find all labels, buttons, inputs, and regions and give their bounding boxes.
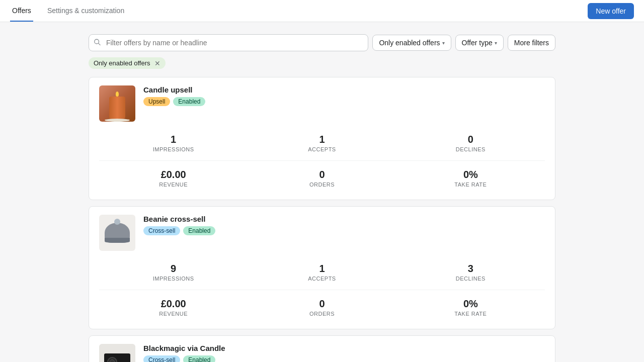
revenue-value: £0.00 (161, 169, 186, 180)
offer-card-candle-upsell[interactable]: Candle upsell Upsell Enabled 1 IMPRESSIO… (89, 77, 555, 200)
offer-type-badge: Cross-sell (143, 226, 180, 235)
impressions-value: 9 (171, 263, 176, 275)
filters-row: Only enabled offers ▾ Offer type ▾ More … (89, 34, 555, 51)
offer-image (99, 215, 135, 251)
svg-line-1 (99, 43, 101, 45)
tab-offers[interactable]: Offers (10, 0, 33, 22)
enabled-offers-filter-btn[interactable]: Only enabled offers ▾ (372, 35, 451, 51)
stat-take-rate: 0% TAKE RATE (396, 165, 545, 192)
offer-image: FREE (99, 344, 135, 362)
offer-type-badge: Upsell (143, 97, 170, 106)
tab-settings[interactable]: Settings & customization (45, 0, 126, 22)
top-nav: Offers Settings & customization New offe… (0, 0, 644, 22)
offer-card-blackmagic-cross-sell[interactable]: FREE Blackmagic via Candle Cross-sell En… (89, 335, 555, 362)
stat-orders: 0 ORDERS (248, 165, 396, 192)
orders-label: ORDERS (309, 311, 335, 317)
offer-info: Beanie cross-sell Cross-sell Enabled (143, 215, 545, 235)
offer-stats-top: 9 IMPRESSIONS 1 ACCEPTS 3 DECLINES (99, 259, 545, 286)
remove-filter-icon[interactable]: ✕ (154, 60, 160, 67)
offer-status-badge: Enabled (173, 97, 205, 106)
offer-info: Blackmagic via Candle Cross-sell Enabled (143, 344, 545, 362)
take-rate-value: 0% (463, 169, 478, 180)
offer-stats-bottom: £0.00 REVENUE 0 ORDERS 0% TAKE RATE (99, 165, 545, 192)
stat-accepts: 1 ACCEPTS (248, 130, 396, 156)
stat-revenue: £0.00 REVENUE (99, 165, 248, 192)
offer-type-badge: Cross-sell (143, 355, 180, 362)
offer-cards-list: Candle upsell Upsell Enabled 1 IMPRESSIO… (89, 77, 555, 362)
stats-divider (99, 290, 545, 290)
search-icon (94, 39, 101, 47)
stat-revenue: £0.00 REVENUE (99, 294, 248, 321)
offer-badges: Cross-sell Enabled (143, 226, 545, 235)
stat-impressions: 1 IMPRESSIONS (99, 130, 248, 156)
stat-take-rate: 0% TAKE RATE (396, 294, 545, 321)
stat-declines: 3 DECLINES (396, 259, 545, 286)
accepts-label: ACCEPTS (308, 276, 336, 282)
offer-title: Beanie cross-sell (143, 215, 545, 223)
chevron-down-icon: ▾ (442, 40, 445, 46)
stat-declines: 0 DECLINES (396, 130, 545, 156)
more-filters-btn[interactable]: More filters (508, 35, 555, 51)
orders-value: 0 (319, 169, 325, 180)
accepts-value: 1 (319, 134, 325, 145)
search-wrapper (89, 34, 368, 51)
accepts-value: 1 (319, 263, 325, 275)
declines-value: 3 (468, 263, 473, 275)
orders-label: ORDERS (309, 182, 335, 188)
offer-badges: Cross-sell Enabled (143, 355, 545, 362)
impressions-label: IMPRESSIONS (153, 276, 194, 282)
stat-impressions: 9 IMPRESSIONS (99, 259, 248, 286)
stat-orders: 0 ORDERS (248, 294, 396, 321)
impressions-value: 1 (171, 134, 176, 145)
only-enabled-filter-chip: Only enabled offers ✕ (89, 57, 166, 69)
nav-tabs: Offers Settings & customization (10, 0, 126, 22)
impressions-label: IMPRESSIONS (153, 146, 194, 152)
offer-image (99, 85, 135, 122)
take-rate-label: TAKE RATE (454, 182, 487, 188)
active-filters: Only enabled offers ✕ (89, 57, 555, 69)
offer-header: Beanie cross-sell Cross-sell Enabled (99, 215, 545, 251)
offer-status-badge: Enabled (183, 226, 215, 235)
stat-accepts: 1 ACCEPTS (248, 259, 396, 286)
offer-header: Candle upsell Upsell Enabled (99, 85, 545, 122)
declines-label: DECLINES (456, 146, 486, 152)
offer-card-beanie-cross-sell[interactable]: Beanie cross-sell Cross-sell Enabled 9 I… (89, 206, 555, 329)
declines-value: 0 (468, 134, 473, 145)
stats-divider (99, 160, 545, 161)
new-offer-button[interactable]: New offer (588, 3, 634, 19)
orders-value: 0 (319, 298, 325, 310)
revenue-label: REVENUE (159, 311, 188, 317)
revenue-label: REVENUE (159, 182, 188, 188)
chevron-down-icon: ▾ (495, 40, 497, 46)
offer-info: Candle upsell Upsell Enabled (143, 85, 545, 106)
offer-title: Candle upsell (143, 85, 545, 94)
declines-label: DECLINES (456, 276, 486, 282)
main-content: Only enabled offers ▾ Offer type ▾ More … (80, 22, 564, 362)
offer-stats-top: 1 IMPRESSIONS 1 ACCEPTS 0 DECLINES (99, 130, 545, 156)
offer-header: FREE Blackmagic via Candle Cross-sell En… (99, 344, 545, 362)
take-rate-label: TAKE RATE (454, 311, 487, 317)
offer-badges: Upsell Enabled (143, 97, 545, 106)
offer-status-badge: Enabled (183, 355, 215, 362)
offer-title: Blackmagic via Candle (143, 344, 545, 352)
search-input[interactable] (89, 34, 368, 51)
revenue-value: £0.00 (161, 298, 186, 310)
accepts-label: ACCEPTS (308, 146, 336, 152)
offer-type-filter-btn[interactable]: Offer type ▾ (455, 35, 504, 51)
take-rate-value: 0% (463, 298, 478, 310)
offer-stats-bottom: £0.00 REVENUE 0 ORDERS 0% TAKE RATE (99, 294, 545, 321)
